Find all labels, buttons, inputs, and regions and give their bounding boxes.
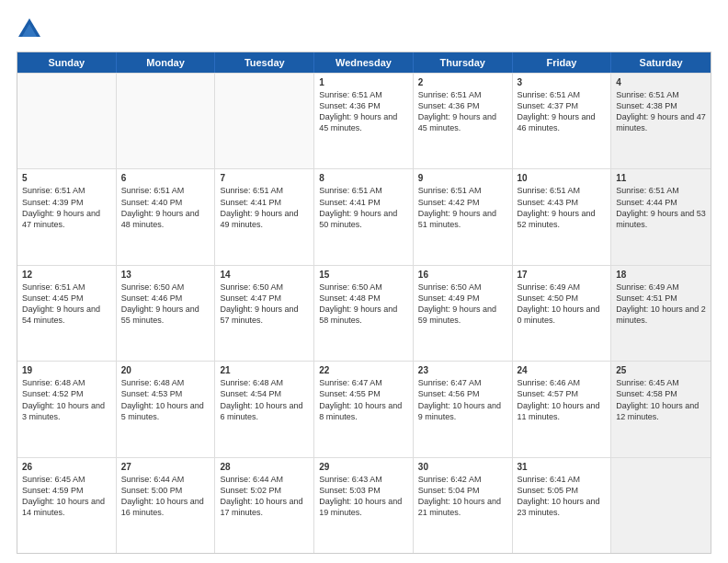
day-number: 16 <box>418 270 507 280</box>
calendar-row: 26Sunrise: 6:45 AM Sunset: 4:59 PM Dayli… <box>17 457 711 553</box>
day-number: 1 <box>319 77 408 87</box>
calendar-body: 1Sunrise: 6:51 AM Sunset: 4:36 PM Daylig… <box>17 73 711 553</box>
day-number: 13 <box>121 270 210 280</box>
calendar-cell: 1Sunrise: 6:51 AM Sunset: 4:36 PM Daylig… <box>314 74 414 168</box>
day-info: Sunrise: 6:50 AM Sunset: 4:48 PM Dayligh… <box>319 282 408 327</box>
calendar-cell: 4Sunrise: 6:51 AM Sunset: 4:38 PM Daylig… <box>611 74 711 168</box>
day-info: Sunrise: 6:48 AM Sunset: 4:54 PM Dayligh… <box>220 377 309 422</box>
day-info: Sunrise: 6:45 AM Sunset: 4:58 PM Dayligh… <box>616 377 706 422</box>
day-number: 21 <box>220 365 309 375</box>
day-info: Sunrise: 6:47 AM Sunset: 4:56 PM Dayligh… <box>418 377 507 422</box>
calendar-row: 1Sunrise: 6:51 AM Sunset: 4:36 PM Daylig… <box>17 73 711 168</box>
day-info: Sunrise: 6:51 AM Sunset: 4:36 PM Dayligh… <box>418 89 507 134</box>
day-number: 26 <box>22 462 111 472</box>
calendar-cell: 28Sunrise: 6:44 AM Sunset: 5:02 PM Dayli… <box>215 458 314 553</box>
day-number: 5 <box>22 173 111 183</box>
day-info: Sunrise: 6:51 AM Sunset: 4:38 PM Dayligh… <box>616 89 706 134</box>
day-info: Sunrise: 6:46 AM Sunset: 4:57 PM Dayligh… <box>518 377 607 422</box>
day-info: Sunrise: 6:41 AM Sunset: 5:05 PM Dayligh… <box>518 474 607 519</box>
day-number: 10 <box>518 173 607 183</box>
calendar-cell: 30Sunrise: 6:42 AM Sunset: 5:04 PM Dayli… <box>414 458 513 553</box>
day-info: Sunrise: 6:50 AM Sunset: 4:46 PM Dayligh… <box>121 282 210 327</box>
day-info: Sunrise: 6:50 AM Sunset: 4:49 PM Dayligh… <box>418 282 507 327</box>
day-number: 18 <box>616 270 706 280</box>
weekday-header: Sunday <box>17 52 117 73</box>
calendar-cell <box>215 74 314 168</box>
day-info: Sunrise: 6:51 AM Sunset: 4:40 PM Dayligh… <box>121 185 210 230</box>
day-info: Sunrise: 6:49 AM Sunset: 4:50 PM Dayligh… <box>518 282 607 327</box>
calendar-cell <box>117 74 216 168</box>
calendar-cell: 27Sunrise: 6:44 AM Sunset: 5:00 PM Dayli… <box>117 458 216 553</box>
calendar-cell: 25Sunrise: 6:45 AM Sunset: 4:58 PM Dayli… <box>611 362 711 456</box>
day-number: 7 <box>220 173 309 183</box>
day-number: 8 <box>319 173 408 183</box>
day-info: Sunrise: 6:44 AM Sunset: 5:02 PM Dayligh… <box>220 474 309 519</box>
calendar-cell: 5Sunrise: 6:51 AM Sunset: 4:39 PM Daylig… <box>17 169 117 264</box>
day-info: Sunrise: 6:47 AM Sunset: 4:55 PM Dayligh… <box>319 377 408 422</box>
weekday-header: Tuesday <box>215 52 314 73</box>
calendar-cell: 13Sunrise: 6:50 AM Sunset: 4:46 PM Dayli… <box>117 266 216 361</box>
day-info: Sunrise: 6:51 AM Sunset: 4:41 PM Dayligh… <box>319 185 408 230</box>
logo-icon <box>17 17 42 42</box>
day-info: Sunrise: 6:51 AM Sunset: 4:41 PM Dayligh… <box>220 185 309 230</box>
day-number: 4 <box>616 77 706 87</box>
calendar-cell: 24Sunrise: 6:46 AM Sunset: 4:57 PM Dayli… <box>513 362 612 456</box>
calendar-cell: 21Sunrise: 6:48 AM Sunset: 4:54 PM Dayli… <box>215 362 314 456</box>
calendar-header: SundayMondayTuesdayWednesdayThursdayFrid… <box>17 52 711 73</box>
calendar-cell: 6Sunrise: 6:51 AM Sunset: 4:40 PM Daylig… <box>117 169 216 264</box>
day-number: 31 <box>518 462 607 472</box>
day-number: 3 <box>518 77 607 87</box>
day-number: 14 <box>220 270 309 280</box>
day-info: Sunrise: 6:51 AM Sunset: 4:43 PM Dayligh… <box>518 185 607 230</box>
day-number: 22 <box>319 365 408 375</box>
day-number: 15 <box>319 270 408 280</box>
logo <box>17 17 46 42</box>
day-number: 30 <box>418 462 507 472</box>
day-number: 29 <box>319 462 408 472</box>
day-number: 24 <box>518 365 607 375</box>
calendar-cell: 31Sunrise: 6:41 AM Sunset: 5:05 PM Dayli… <box>513 458 612 553</box>
calendar-cell: 20Sunrise: 6:48 AM Sunset: 4:53 PM Dayli… <box>117 362 216 456</box>
calendar-cell: 9Sunrise: 6:51 AM Sunset: 4:42 PM Daylig… <box>414 169 513 264</box>
calendar-row: 12Sunrise: 6:51 AM Sunset: 4:45 PM Dayli… <box>17 265 711 361</box>
day-number: 19 <box>22 365 111 375</box>
day-info: Sunrise: 6:51 AM Sunset: 4:39 PM Dayligh… <box>22 185 111 230</box>
calendar-cell: 16Sunrise: 6:50 AM Sunset: 4:49 PM Dayli… <box>414 266 513 361</box>
day-info: Sunrise: 6:51 AM Sunset: 4:42 PM Dayligh… <box>418 185 507 230</box>
day-number: 11 <box>616 173 706 183</box>
day-number: 17 <box>518 270 607 280</box>
day-number: 25 <box>616 365 706 375</box>
calendar-cell <box>17 74 117 168</box>
calendar-cell: 26Sunrise: 6:45 AM Sunset: 4:59 PM Dayli… <box>17 458 117 553</box>
weekday-header: Thursday <box>414 52 513 73</box>
calendar-row: 5Sunrise: 6:51 AM Sunset: 4:39 PM Daylig… <box>17 168 711 264</box>
calendar-row: 19Sunrise: 6:48 AM Sunset: 4:52 PM Dayli… <box>17 361 711 456</box>
day-info: Sunrise: 6:51 AM Sunset: 4:44 PM Dayligh… <box>616 185 706 230</box>
day-info: Sunrise: 6:45 AM Sunset: 4:59 PM Dayligh… <box>22 474 111 519</box>
day-number: 20 <box>121 365 210 375</box>
calendar-cell: 18Sunrise: 6:49 AM Sunset: 4:51 PM Dayli… <box>611 266 711 361</box>
header <box>17 17 711 42</box>
page: SundayMondayTuesdayWednesdayThursdayFrid… <box>0 0 728 563</box>
day-info: Sunrise: 6:48 AM Sunset: 4:53 PM Dayligh… <box>121 377 210 422</box>
day-number: 6 <box>121 173 210 183</box>
calendar-cell <box>611 458 711 553</box>
calendar-cell: 22Sunrise: 6:47 AM Sunset: 4:55 PM Dayli… <box>314 362 414 456</box>
day-number: 28 <box>220 462 309 472</box>
day-info: Sunrise: 6:50 AM Sunset: 4:47 PM Dayligh… <box>220 282 309 327</box>
calendar-cell: 3Sunrise: 6:51 AM Sunset: 4:37 PM Daylig… <box>513 74 612 168</box>
day-info: Sunrise: 6:44 AM Sunset: 5:00 PM Dayligh… <box>121 474 210 519</box>
day-info: Sunrise: 6:42 AM Sunset: 5:04 PM Dayligh… <box>418 474 507 519</box>
weekday-header: Wednesday <box>314 52 414 73</box>
day-number: 2 <box>418 77 507 87</box>
day-number: 9 <box>418 173 507 183</box>
calendar-cell: 23Sunrise: 6:47 AM Sunset: 4:56 PM Dayli… <box>414 362 513 456</box>
weekday-header: Monday <box>117 52 216 73</box>
calendar: SundayMondayTuesdayWednesdayThursdayFrid… <box>17 52 711 554</box>
weekday-header: Friday <box>513 52 612 73</box>
day-info: Sunrise: 6:51 AM Sunset: 4:36 PM Dayligh… <box>319 89 408 134</box>
day-info: Sunrise: 6:49 AM Sunset: 4:51 PM Dayligh… <box>616 282 706 327</box>
calendar-cell: 15Sunrise: 6:50 AM Sunset: 4:48 PM Dayli… <box>314 266 414 361</box>
day-number: 27 <box>121 462 210 472</box>
calendar-cell: 10Sunrise: 6:51 AM Sunset: 4:43 PM Dayli… <box>513 169 612 264</box>
